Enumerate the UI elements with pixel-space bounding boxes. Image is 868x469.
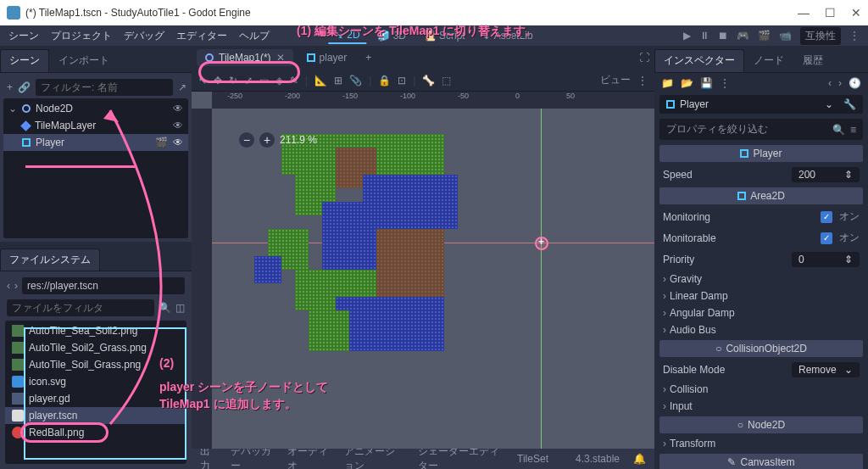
- priority-input[interactable]: 0⇕: [792, 252, 860, 267]
- inspector-node-select[interactable]: Player ⌄ 🔧: [659, 95, 863, 114]
- zoom-out-button[interactable]: −: [239, 132, 254, 148]
- tree-node-tilemaplayer[interactable]: TileMapLayer 👁: [3, 117, 188, 134]
- tree-node-player[interactable]: Player 🎬 👁: [3, 134, 188, 151]
- monitoring-checkbox[interactable]: ✓: [821, 211, 832, 223]
- player-gizmo[interactable]: [535, 237, 548, 250]
- lock-icon[interactable]: 🔒: [378, 75, 391, 87]
- scale-tool-icon[interactable]: ⤢: [244, 75, 253, 87]
- menu-project[interactable]: プロジェクト: [51, 29, 112, 43]
- stop-button[interactable]: ⏹: [718, 30, 728, 42]
- prop-input[interactable]: Input: [654, 398, 868, 415]
- remote-button[interactable]: 🎮: [737, 30, 749, 42]
- view-2d-tab[interactable]: ↘ 2D: [328, 27, 366, 44]
- close-tab-icon[interactable]: ✕: [276, 52, 285, 64]
- ruler-tool-icon[interactable]: 📐: [314, 75, 327, 87]
- prop-angular-damp[interactable]: Angular Damp: [654, 304, 868, 321]
- scene-tab-player[interactable]: player: [298, 49, 356, 66]
- link-icon[interactable]: 🔗: [18, 81, 31, 93]
- file-row[interactable]: RedBall.png: [5, 424, 186, 441]
- section-area2d[interactable]: Area2D: [659, 187, 863, 204]
- tab-scene[interactable]: シーン: [0, 49, 49, 72]
- section-collisionobject2d[interactable]: ○ CollisionObject2D: [659, 340, 863, 357]
- open-scene-icon[interactable]: 🎬: [155, 137, 168, 148]
- maximize-button[interactable]: ☐: [825, 6, 836, 20]
- filter-icon[interactable]: ↗: [178, 81, 186, 93]
- history-fwd-icon[interactable]: ›: [838, 77, 842, 89]
- history-icon[interactable]: 🕙: [849, 77, 861, 89]
- split-icon[interactable]: ◫: [175, 302, 185, 314]
- filter-icon[interactable]: ≡: [850, 124, 856, 136]
- visibility-icon[interactable]: 👁: [173, 137, 183, 148]
- fwd-icon[interactable]: ›: [14, 280, 18, 292]
- expand-icon[interactable]: ⛶: [639, 52, 649, 64]
- zoom-in-button[interactable]: +: [259, 132, 275, 148]
- section-canvasitem[interactable]: ✎ CanvasItem: [659, 454, 863, 469]
- disable-mode-select[interactable]: Remove⌄: [792, 362, 860, 377]
- file-row[interactable]: AutoTile_Soil_Grass.png: [5, 356, 186, 373]
- movie-button[interactable]: 📹: [779, 30, 792, 42]
- prop-transform[interactable]: Transform: [654, 435, 868, 452]
- notif-icon[interactable]: 🔔: [633, 453, 646, 465]
- file-filter-input[interactable]: [7, 299, 154, 316]
- search-icon[interactable]: 🔍: [159, 302, 171, 314]
- tool-icon[interactable]: ▭: [259, 75, 269, 87]
- tool-icon[interactable]: ◈: [275, 75, 283, 87]
- file-row-player-tscn[interactable]: player.tscn: [5, 407, 186, 424]
- play-button[interactable]: ▶: [683, 30, 691, 42]
- menu-debug[interactable]: デバッグ: [124, 29, 164, 43]
- close-button[interactable]: ✕: [851, 6, 861, 20]
- speed-input[interactable]: 200⇕: [792, 167, 860, 182]
- view-menu[interactable]: ビュー: [600, 73, 631, 87]
- file-row[interactable]: AutoTile_Sea_Soil2.png: [5, 322, 186, 339]
- open-icon[interactable]: 📂: [681, 77, 693, 89]
- prop-linear-damp[interactable]: Linear Damp: [654, 288, 868, 304]
- rotate-tool-icon[interactable]: ↻: [229, 75, 237, 87]
- scene-filter-input[interactable]: [36, 79, 173, 96]
- play-scene-button[interactable]: 🎬: [758, 30, 771, 42]
- prop-collision[interactable]: Collision: [654, 381, 868, 398]
- tab-filesystem[interactable]: ファイルシステム: [0, 248, 100, 271]
- view-3d-tab[interactable]: 🧊 3D: [370, 27, 413, 44]
- move-tool-icon[interactable]: ✥: [214, 75, 222, 87]
- prop-audio-bus[interactable]: Audio Bus: [654, 321, 868, 338]
- tree-node-root[interactable]: ⌄ Node2D 👁: [3, 100, 188, 117]
- pause-button[interactable]: ⏸: [699, 30, 709, 42]
- dots-icon[interactable]: ⋮: [637, 75, 648, 87]
- history-back-icon[interactable]: ‹: [828, 77, 832, 89]
- tool-icon[interactable]: ⊞: [334, 75, 342, 87]
- group-icon[interactable]: ⊡: [398, 75, 406, 87]
- menu-help[interactable]: ヘルプ: [239, 29, 270, 43]
- menu-scene[interactable]: シーン: [8, 29, 39, 43]
- inspector-filter-placeholder[interactable]: プロパティを絞り込む: [666, 122, 827, 137]
- menu-editor[interactable]: エディター: [176, 29, 227, 43]
- prop-gravity[interactable]: Gravity: [654, 271, 868, 288]
- view-assetlib-tab[interactable]: ⬇ AssetLib: [476, 27, 540, 44]
- file-row[interactable]: AutoTile_Soil2_Grass.png: [5, 339, 186, 356]
- renderer-select[interactable]: 互換性: [800, 27, 841, 45]
- filesystem-path[interactable]: [22, 277, 185, 294]
- section-node2d[interactable]: ○ Node2D: [659, 416, 863, 433]
- tool-icon[interactable]: ⬚: [442, 75, 451, 87]
- minimize-button[interactable]: —: [798, 6, 810, 20]
- tab-import[interactable]: インポート: [49, 49, 119, 72]
- tab-history[interactable]: 履歴: [793, 49, 832, 72]
- tab-inspector[interactable]: インスペクター: [654, 49, 744, 72]
- viewport-canvas[interactable]: − + 211.9 %: [212, 109, 654, 449]
- tab-node[interactable]: ノード: [744, 49, 793, 72]
- view-script-tab[interactable]: 📜 Script: [416, 27, 472, 44]
- menu-dots-icon[interactable]: ⋮: [849, 30, 860, 42]
- visibility-icon[interactable]: 👁: [173, 120, 183, 131]
- back-icon[interactable]: ‹: [7, 280, 10, 292]
- tool-icon[interactable]: ✎: [290, 75, 298, 87]
- visibility-icon[interactable]: 👁: [173, 103, 183, 114]
- dots-icon[interactable]: ⋮: [720, 77, 730, 89]
- bone-icon[interactable]: 🦴: [422, 75, 435, 87]
- tool-icon[interactable]: 📎: [349, 75, 362, 87]
- file-row[interactable]: player.gd: [5, 390, 186, 407]
- select-tool-icon[interactable]: ↖: [198, 75, 207, 87]
- scene-tab-tilemap1[interactable]: TileMap1(*) ✕: [197, 49, 293, 66]
- bottom-tileset[interactable]: TileSet: [517, 453, 548, 465]
- section-player[interactable]: Player: [659, 145, 863, 162]
- tool-icon[interactable]: 🔧: [843, 98, 856, 110]
- save-icon[interactable]: 💾: [700, 77, 713, 89]
